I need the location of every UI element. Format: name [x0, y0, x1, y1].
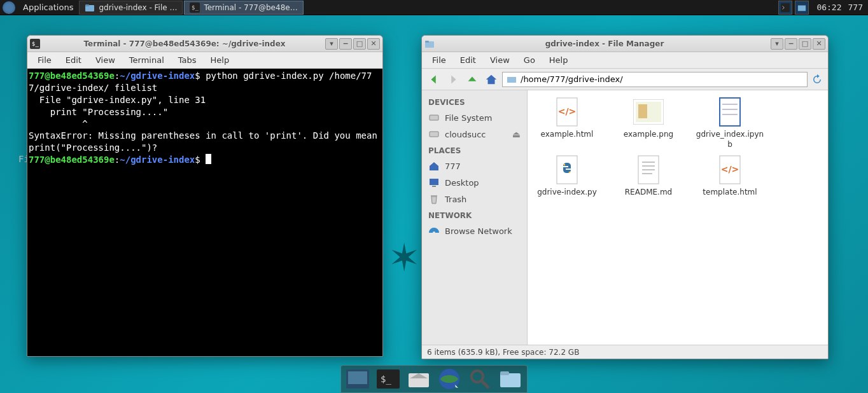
file-view[interactable]: </> example.html example.png gdrive_inde…: [528, 90, 828, 345]
nav-back-button[interactable]: [426, 71, 442, 88]
applications-menu-button[interactable]: Applications: [18, 0, 78, 15]
folder-icon: [507, 74, 517, 85]
filemanager-titlebar[interactable]: gdrive-index - File Manager ▾ − □ ✕: [422, 36, 828, 52]
filemanager-sidebar: DEVICES File System cloudsucc ⏏ PLACES 7…: [422, 90, 528, 345]
desktop-icon: [428, 177, 440, 188]
folder-icon: [424, 39, 435, 49]
file-label: gdrive-index.py: [537, 188, 597, 198]
file-item-readme-md[interactable]: README.md: [614, 155, 683, 198]
dock-search[interactable]: [467, 368, 493, 390]
menu-help[interactable]: Help: [543, 53, 575, 67]
sidebar-places-header: PLACES: [422, 142, 527, 158]
svg-rect-43: [500, 373, 521, 387]
menu-go[interactable]: Go: [517, 53, 542, 67]
sidebar-item-label: Desktop: [445, 178, 479, 188]
svg-rect-21: [720, 98, 740, 126]
terminal-body[interactable]: 777@be48ed54369e:~/gdrive-index$ python …: [27, 69, 382, 356]
prompt-user: 777@be48ed54369e: [29, 71, 115, 81]
taskbar-item-label: gdrive-index - File …: [99, 3, 177, 12]
sidebar-item-filesystem[interactable]: File System: [422, 109, 527, 126]
sidebar-item-desktop[interactable]: Desktop: [422, 174, 527, 191]
search-icon: [468, 368, 491, 390]
folder-icon: [85, 3, 95, 13]
error-line-1: File "gdrive-index.py", line 31: [29, 95, 206, 105]
tray-filemanager-icon[interactable]: [795, 1, 809, 15]
menu-terminal[interactable]: Terminal: [123, 53, 171, 67]
menu-tabs[interactable]: Tabs: [172, 53, 203, 67]
xfce-logo-icon: [3, 1, 15, 14]
sidebar-devices-header: DEVICES: [422, 94, 527, 109]
home-icon: [484, 72, 498, 86]
dock-terminal[interactable]: $_: [375, 368, 401, 390]
file-label: example.html: [541, 130, 594, 140]
terminal-titlebar[interactable]: $_ Terminal - 777@be48ed54369e: ~/gdrive…: [27, 36, 382, 52]
svg-line-42: [482, 381, 489, 388]
tray-terminal-icon[interactable]: [778, 1, 792, 15]
nav-home-button[interactable]: [483, 71, 500, 88]
file-item-example-html[interactable]: </> example.html: [533, 97, 601, 149]
svg-text:$_: $_: [192, 4, 199, 11]
terminal-window: $_ Terminal - 777@be48ed54369e: ~/gdrive…: [27, 35, 383, 357]
sidebar-item-browse-network[interactable]: Browse Network: [422, 223, 527, 239]
network-icon: [428, 225, 440, 237]
trash-icon: [428, 193, 440, 205]
file-item-gdrive-index-py[interactable]: gdrive-index.py: [533, 155, 601, 198]
close-button[interactable]: ✕: [813, 38, 825, 50]
taskbar-item-filemanager[interactable]: gdrive-index - File …: [79, 1, 183, 15]
menu-help[interactable]: Help: [204, 53, 236, 67]
path-entry[interactable]: /home/777/gdrive-index/: [502, 72, 808, 87]
menu-view[interactable]: View: [484, 53, 516, 67]
notebook-file-icon: [715, 97, 745, 127]
maximize-button[interactable]: □: [353, 38, 366, 50]
dock-file-manager[interactable]: [406, 368, 431, 390]
maximize-button[interactable]: □: [799, 38, 811, 50]
dock-show-desktop[interactable]: [345, 368, 370, 390]
terminal-icon: $_: [30, 39, 40, 49]
error-line-2: print "Processing....": [29, 107, 168, 117]
show-desktop-icon: [346, 369, 369, 389]
dock-web-browser[interactable]: [437, 368, 462, 390]
wallpaper-decoration: ✶: [388, 235, 420, 280]
terminal-icon: [781, 3, 790, 12]
window-menu-button[interactable]: ▾: [325, 38, 338, 50]
taskbar-item-label: Terminal - 777@be48e…: [204, 3, 297, 12]
menu-view[interactable]: View: [89, 53, 122, 67]
applications-menu-label: Applications: [23, 3, 73, 12]
svg-rect-4: [781, 3, 790, 12]
menu-edit[interactable]: Edit: [454, 53, 482, 67]
file-item-gdrive-index-ipynb[interactable]: gdrive_index.ipynb: [696, 97, 764, 149]
svg-rect-20: [638, 104, 647, 118]
nav-up-button[interactable]: [464, 71, 480, 88]
svg-rect-12: [430, 132, 438, 137]
drive-icon: [428, 112, 440, 123]
refresh-button[interactable]: [810, 72, 824, 86]
nav-forward-button[interactable]: [445, 71, 461, 88]
svg-rect-15: [431, 195, 437, 197]
dock-folder[interactable]: [498, 368, 523, 390]
error-line-caret: ^: [29, 119, 88, 129]
file-label: README.md: [625, 188, 672, 198]
window-menu-button[interactable]: ▾: [771, 38, 783, 50]
menu-file[interactable]: File: [426, 53, 452, 67]
minimize-button[interactable]: −: [785, 38, 797, 50]
sidebar-item-cloudsucc[interactable]: cloudsucc ⏏: [422, 126, 527, 142]
terminal-icon: $_: [377, 369, 400, 389]
sidebar-item-home[interactable]: 777: [422, 158, 527, 174]
close-button[interactable]: ✕: [367, 38, 380, 50]
file-item-example-png[interactable]: example.png: [614, 97, 683, 149]
filemanager-toolbar: /home/777/gdrive-index/: [422, 69, 828, 90]
minimize-button[interactable]: −: [339, 38, 352, 50]
sidebar-item-trash[interactable]: Trash: [422, 191, 527, 207]
eject-icon[interactable]: ⏏: [512, 129, 521, 139]
menu-edit[interactable]: Edit: [59, 53, 88, 67]
user-label[interactable]: 777: [848, 3, 863, 12]
refresh-icon: [811, 74, 823, 85]
drive-icon: [428, 128, 440, 140]
taskbar-item-terminal[interactable]: $_ Terminal - 777@be48e…: [184, 1, 303, 15]
file-item-template-html[interactable]: </> template.html: [696, 155, 764, 198]
svg-rect-44: [500, 371, 509, 375]
menu-file[interactable]: File: [31, 53, 58, 67]
html-file-icon: </>: [715, 155, 745, 185]
svg-rect-9: [425, 41, 429, 43]
folder-icon: [797, 3, 806, 12]
